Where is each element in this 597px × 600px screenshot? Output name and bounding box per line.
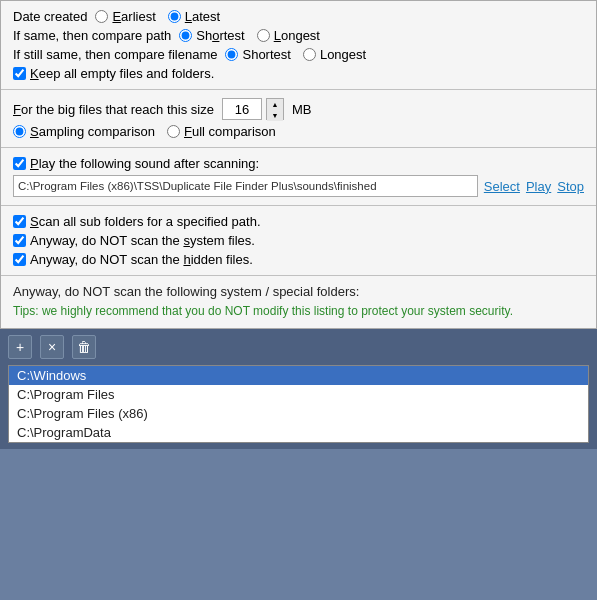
compare-filename-row: If still same, then compare filename Sho… xyxy=(13,47,584,62)
big-files-label: For the big files that reach this size xyxy=(13,102,214,117)
big-files-section: For the big files that reach this size ▲… xyxy=(1,90,596,148)
earliest-radio[interactable] xyxy=(95,10,108,23)
compare-filename-radio-group: Shortest Longest xyxy=(225,47,366,62)
sort-options-section: Date created Earliest Latest If same, th… xyxy=(1,1,596,90)
no-hidden-label: Anyway, do NOT scan the hidden files. xyxy=(30,252,253,267)
comparison-type-group: Sampling comparison Full comparison xyxy=(13,124,276,139)
filename-longest-option[interactable]: Longest xyxy=(303,47,366,62)
no-system-option[interactable]: Anyway, do NOT scan the system files. xyxy=(13,233,255,248)
no-hidden-option[interactable]: Anyway, do NOT scan the hidden files. xyxy=(13,252,253,267)
bottom-panel: + × 🗑 C:\Windows C:\Program Files C:\Pro… xyxy=(0,329,597,449)
sampling-radio[interactable] xyxy=(13,125,26,138)
play-button[interactable]: Play xyxy=(526,179,551,194)
sampling-label: Sampling comparison xyxy=(30,124,155,139)
date-created-label: Date created xyxy=(13,9,87,24)
path-longest-label: Longest xyxy=(274,28,320,43)
date-created-radio-group: Earliest Latest xyxy=(95,9,220,24)
sound-checkbox-row: Play the following sound after scanning: xyxy=(13,156,584,171)
remove-folder-button[interactable]: × xyxy=(40,335,64,359)
spin-down-button[interactable]: ▼ xyxy=(267,110,283,121)
scan-subfolders-row: Scan all sub folders for a specified pat… xyxy=(13,214,584,229)
scan-subfolders-label: Scan all sub folders for a specified pat… xyxy=(30,214,261,229)
tips-text: Tips: we highly recommend that you do NO… xyxy=(13,303,584,320)
latest-label: Latest xyxy=(185,9,220,24)
comparison-type-row: Sampling comparison Full comparison xyxy=(13,124,584,139)
main-panel: Date created Earliest Latest If same, th… xyxy=(0,0,597,329)
list-item[interactable]: C:\Windows xyxy=(9,366,588,385)
compare-filename-label: If still same, then compare filename xyxy=(13,47,217,62)
earliest-label: Earliest xyxy=(112,9,155,24)
compare-path-label: If same, then compare path xyxy=(13,28,171,43)
big-files-row: For the big files that reach this size ▲… xyxy=(13,98,584,120)
list-item[interactable]: C:\Program Files xyxy=(9,385,588,404)
sound-option[interactable]: Play the following sound after scanning: xyxy=(13,156,259,171)
scan-subfolders-checkbox[interactable] xyxy=(13,215,26,228)
filename-shortest-radio[interactable] xyxy=(225,48,238,61)
size-spinner: ▲ ▼ xyxy=(222,98,284,120)
path-shortest-label: Shortest xyxy=(196,28,244,43)
folder-toolbar: + × 🗑 xyxy=(8,335,589,359)
keep-empty-label: Keep all empty files and folders. xyxy=(30,66,214,81)
path-longest-option[interactable]: Longest xyxy=(257,28,320,43)
scan-options-section: Scan all sub folders for a specified pat… xyxy=(1,206,596,276)
path-shortest-radio[interactable] xyxy=(179,29,192,42)
filename-shortest-label: Shortest xyxy=(242,47,290,62)
add-folder-button[interactable]: + xyxy=(8,335,32,359)
no-system-label: Anyway, do NOT scan the system files. xyxy=(30,233,255,248)
spin-up-button[interactable]: ▲ xyxy=(267,99,283,110)
keep-empty-option[interactable]: Keep all empty files and folders. xyxy=(13,66,214,81)
keep-empty-checkbox[interactable] xyxy=(13,67,26,80)
compare-path-row: If same, then compare path Shortest Long… xyxy=(13,28,584,43)
select-button[interactable]: Select xyxy=(484,179,520,194)
spin-buttons: ▲ ▼ xyxy=(266,98,284,120)
list-item[interactable]: C:\ProgramData xyxy=(9,423,588,442)
no-system-row: Anyway, do NOT scan the system files. xyxy=(13,233,584,248)
no-hidden-row: Anyway, do NOT scan the hidden files. xyxy=(13,252,584,267)
filename-longest-label: Longest xyxy=(320,47,366,62)
sampling-option[interactable]: Sampling comparison xyxy=(13,124,155,139)
special-folders-title: Anyway, do NOT scan the following system… xyxy=(13,284,584,299)
folder-list: C:\Windows C:\Program Files C:\Program F… xyxy=(8,365,589,443)
compare-path-radio-group: Shortest Longest xyxy=(179,28,320,43)
list-item[interactable]: C:\Program Files (x86) xyxy=(9,404,588,423)
sound-section: Play the following sound after scanning:… xyxy=(1,148,596,206)
no-system-checkbox[interactable] xyxy=(13,234,26,247)
no-hidden-checkbox[interactable] xyxy=(13,253,26,266)
date-created-row: Date created Earliest Latest xyxy=(13,9,584,24)
size-input[interactable] xyxy=(222,98,262,120)
path-longest-radio[interactable] xyxy=(257,29,270,42)
filename-longest-radio[interactable] xyxy=(303,48,316,61)
full-option[interactable]: Full comparison xyxy=(167,124,276,139)
sound-checkbox[interactable] xyxy=(13,157,26,170)
path-shortest-option[interactable]: Shortest xyxy=(179,28,244,43)
scan-subfolders-option[interactable]: Scan all sub folders for a specified pat… xyxy=(13,214,261,229)
latest-option[interactable]: Latest xyxy=(168,9,220,24)
special-folders-section: Anyway, do NOT scan the following system… xyxy=(1,276,596,328)
earliest-option[interactable]: Earliest xyxy=(95,9,155,24)
latest-radio[interactable] xyxy=(168,10,181,23)
keep-empty-row: Keep all empty files and folders. xyxy=(13,66,584,81)
delete-folder-button[interactable]: 🗑 xyxy=(72,335,96,359)
sound-path-input[interactable] xyxy=(13,175,478,197)
filename-shortest-option[interactable]: Shortest xyxy=(225,47,290,62)
sound-path-row: Select Play Stop xyxy=(13,175,584,197)
full-label: Full comparison xyxy=(184,124,276,139)
sound-label: Play the following sound after scanning: xyxy=(30,156,259,171)
stop-button[interactable]: Stop xyxy=(557,179,584,194)
full-radio[interactable] xyxy=(167,125,180,138)
size-unit-label: MB xyxy=(292,102,312,117)
